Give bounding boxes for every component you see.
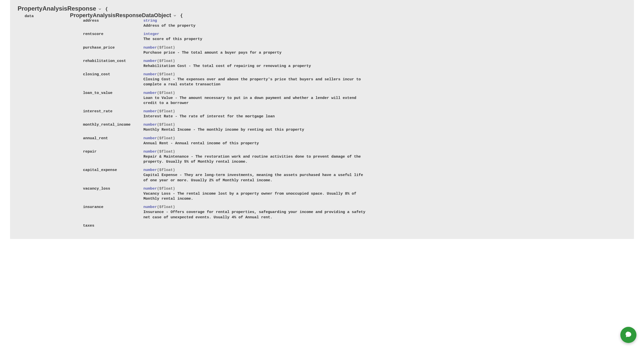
nested-model-name: PropertyAnalysisResponseDataObject: [70, 12, 171, 19]
property-block: closing_costnumber($float)Closing Cost -…: [83, 72, 626, 87]
property-type: number($float): [143, 72, 175, 77]
open-brace: {: [105, 7, 108, 12]
property-row: rehabilitation_costnumber($float): [83, 59, 626, 63]
property-name: monthly_rental_income: [83, 123, 143, 127]
property-row: taxes: [83, 224, 626, 228]
property-row: addressstring: [83, 19, 626, 23]
property-row: rentscoreinteger: [83, 32, 626, 36]
property-description: Monthly Rental Income - The monthly inco…: [143, 127, 370, 132]
property-name: insurance: [83, 205, 143, 209]
property-description: Address of the property: [143, 23, 370, 28]
property-row: capital_expensenumber($float): [83, 168, 626, 172]
property-type: integer: [143, 32, 159, 36]
property-type: number($float): [143, 91, 175, 95]
property-type: number($float): [143, 136, 175, 141]
property-description: The score of this property: [143, 37, 370, 42]
property-name: rehabilitation_cost: [83, 59, 143, 63]
property-block: addressstringAddress of the property: [83, 19, 626, 28]
property-name: repair: [83, 150, 143, 154]
property-name: vacancy_loss: [83, 187, 143, 191]
property-block: insurancenumber($float)Insurance - Offer…: [83, 205, 626, 220]
property-description: Loan to Value - The amount necessary to …: [143, 96, 370, 106]
property-description: Vacancy Loss - The rental income lost by…: [143, 191, 370, 202]
property-type: number($float): [143, 123, 175, 127]
property-type: number($float): [143, 187, 175, 191]
property-name: rentscore: [83, 32, 143, 36]
property-name: interest_rate: [83, 109, 143, 114]
root-model-name: PropertyAnalysisResponse: [18, 5, 96, 12]
property-row: annual_rentnumber($float): [83, 136, 626, 141]
property-block: rentscoreintegerThe score of this proper…: [83, 32, 626, 42]
property-block: monthly_rental_incomenumber($float)Month…: [83, 123, 626, 132]
property-block: capital_expensenumber($float)Capital Exp…: [83, 168, 626, 183]
property-row: insurancenumber($float): [83, 205, 626, 209]
property-name: capital_expense: [83, 168, 143, 172]
property-name: address: [83, 19, 143, 23]
property-description: Purchase price - The total amount a buye…: [143, 50, 370, 55]
property-description: Capital Expense - They are long-term inv…: [143, 173, 370, 183]
data-key-row: data PropertyAnalysisResponseDataObject …: [25, 12, 626, 19]
root-model-header: PropertyAnalysisResponse {: [18, 5, 626, 12]
property-block: loan_to_valuenumber($float)Loan to Value…: [83, 91, 626, 106]
property-description: Interest Rate - The rate of interest for…: [143, 114, 370, 119]
property-row: interest_ratenumber($float): [83, 109, 626, 114]
property-type: number($float): [143, 59, 175, 63]
property-block: purchase_pricenumber($float)Purchase pri…: [83, 46, 626, 55]
property-row: repairnumber($float): [83, 150, 626, 154]
property-block: interest_ratenumber($float)Interest Rate…: [83, 109, 626, 119]
chevron-down-icon[interactable]: [98, 7, 102, 11]
property-name: taxes: [83, 224, 143, 228]
property-type: string: [143, 19, 157, 23]
property-description: Repair & Maintenance - The restoration w…: [143, 154, 370, 165]
property-block: taxes: [83, 224, 626, 228]
property-type: number($float): [143, 46, 175, 50]
nested-open-brace: {: [180, 13, 183, 18]
property-block: repairnumber($float)Repair & Maintenance…: [83, 150, 626, 165]
property-name: purchase_price: [83, 46, 143, 50]
property-name: closing_cost: [83, 72, 143, 77]
property-type: number($float): [143, 150, 175, 154]
property-row: loan_to_valuenumber($float): [83, 91, 626, 95]
property-description: Insurance - Offers coverage for rental p…: [143, 210, 370, 220]
property-block: rehabilitation_costnumber($float)Rehabil…: [83, 59, 626, 69]
property-row: purchase_pricenumber($float): [83, 46, 626, 50]
data-key-label: data: [25, 14, 70, 18]
property-description: Closing Cost - The expenses over and abo…: [143, 77, 370, 87]
property-type: number($float): [143, 168, 175, 172]
property-block: annual_rentnumber($float)Annual Rent - A…: [83, 136, 626, 146]
property-description: Rehabilitation Cost - The total cost of …: [143, 64, 370, 69]
property-row: monthly_rental_incomenumber($float): [83, 123, 626, 127]
schema-panel: PropertyAnalysisResponse { data Property…: [10, 0, 634, 239]
property-type: number($float): [143, 109, 175, 114]
chevron-down-icon[interactable]: [173, 13, 177, 18]
property-row: vacancy_lossnumber($float): [83, 187, 626, 191]
property-name: loan_to_value: [83, 91, 143, 95]
property-row: closing_costnumber($float): [83, 72, 626, 77]
property-type: number($float): [143, 205, 175, 209]
property-description: Annual Rent - Annual rental income of th…: [143, 141, 370, 146]
property-name: annual_rent: [83, 136, 143, 141]
property-block: vacancy_lossnumber($float)Vacancy Loss -…: [83, 187, 626, 202]
